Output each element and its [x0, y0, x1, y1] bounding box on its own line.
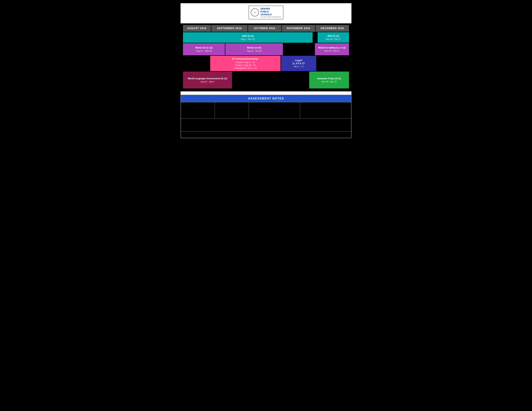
gt-line1: Grade 6: Sept 5 - 16 — [236, 61, 255, 64]
gt-line2: Grade 2: Sept 19 - 23 — [235, 64, 256, 66]
read-midyear-block: READ Act (Midyear, K-12) Nov 29 - Feb 17 — [315, 43, 349, 55]
notes-row-wide — [181, 119, 351, 131]
world-lang-date: Aug 22 - Sep 2 — [200, 80, 215, 83]
notes-cell-3 — [249, 102, 300, 119]
months-row: AUGUST 2016 SEPTEMBER 2016 OCTOBER 2016 … — [183, 25, 349, 32]
month-nov: NOVEMBER 2016 — [282, 25, 315, 32]
read112-date: Aug 22 - Sept 26 — [196, 50, 212, 52]
map2-title: MAP (6-12) — [327, 35, 339, 37]
gt-block: GT Universal Screening * Grade 6: Sept 5… — [210, 56, 281, 71]
aug-gap-gt — [183, 56, 210, 71]
notes-row-bottom — [181, 131, 351, 138]
logo-icon: 🏛 — [251, 8, 259, 17]
header: 🏛 DENVERPUBLICSCHOOLS Discover a World o… — [180, 3, 352, 23]
month-aug: AUGUST 2016 — [183, 25, 211, 32]
month-dec: DECEMBER 2016 — [316, 25, 349, 32]
row-gt-cogat: GT Universal Screening * Grade 6: Sept 5… — [183, 56, 349, 71]
nov-gap-read — [283, 43, 314, 55]
readk-date: Aug 22 - Oct 20 — [247, 50, 261, 52]
map-block-2: MAP (6-12) Nov 28 - Feb 17 — [318, 32, 349, 43]
gt-title: GT Universal Screening * — [232, 57, 259, 60]
notes-grid — [181, 102, 351, 119]
map2-date: Nov 28 - Feb 17 — [326, 38, 341, 40]
cogat-block: CogAT(1, 3-5 & 7)* Nov 1 - 11 — [281, 56, 316, 71]
month-oct: OCTOBER 2016 — [248, 25, 281, 32]
notes-cell-4 — [300, 102, 351, 119]
gap-spacer — [313, 32, 317, 43]
map1-title: MAP (6-12) — [242, 35, 254, 37]
finals-date: Nov 30 - Dec 21 — [322, 80, 337, 83]
row-world-finals: World Language Assessments (6-12) Aug 22… — [183, 72, 349, 88]
finals-title: Semester Finals (9-12) — [317, 77, 341, 80]
map1-date: Aug 1 - Nov 18 — [241, 38, 255, 40]
readk-title: READ Act (K) — [247, 46, 261, 49]
school-name: DENVERPUBLICSCHOOLS — [260, 7, 281, 16]
notes-cell-1 — [181, 102, 215, 119]
read-midyear-title: READ Act (Midyear, K-12) — [318, 46, 345, 49]
row-map: MAP (6-12) Aug 1 - Nov 18 MAP (6-12) Nov… — [183, 32, 349, 43]
dec-gap-cogat — [317, 56, 349, 71]
calendar-area: AUGUST 2016 SEPTEMBER 2016 OCTOBER 2016 … — [180, 23, 352, 91]
world-lang-title: World Language Assessments (6-12) — [188, 77, 227, 80]
middle-gap-row4 — [232, 72, 309, 88]
notes-section: ASSESSMENT NOTES — [180, 95, 352, 138]
row-read: READ Act (1-12) Aug 22 - Sept 26 READ Ac… — [183, 43, 349, 55]
read-act-k-block: READ Act (K) Aug 22 - Oct 20 — [225, 43, 283, 55]
semester-finals-block: Semester Finals (9-12) Nov 30 - Dec 21 — [309, 72, 349, 88]
logo-box: 🏛 DENVERPUBLICSCHOOLS Discover a World o… — [249, 6, 283, 19]
world-lang-block: World Language Assessments (6-12) Aug 22… — [183, 72, 232, 88]
read112-title: READ Act (1-12) — [195, 46, 213, 49]
cogat-date: Nov 1 - 11 — [294, 65, 304, 68]
notes-header: ASSESSMENT NOTES — [181, 95, 351, 102]
read-midyear-date: Nov 29 - Feb 17 — [324, 50, 339, 52]
month-sep: SEPTEMBER 2016 — [211, 25, 247, 32]
cogat-title: CogAT(1, 3-5 & 7)* — [293, 59, 305, 65]
read-act-112-block: READ Act (1-12) Aug 22 - Sept 26 — [183, 43, 225, 55]
page: 🏛 DENVERPUBLICSCHOOLS Discover a World o… — [180, 3, 352, 138]
school-tagline: Discover a World of Opportunity — [260, 16, 281, 18]
map-block-1: MAP (6-12) Aug 1 - Nov 18 — [183, 32, 313, 43]
notes-cell-2 — [215, 102, 249, 119]
gt-line3: Kindergarten: Oct 3 - 14 — [234, 67, 257, 69]
